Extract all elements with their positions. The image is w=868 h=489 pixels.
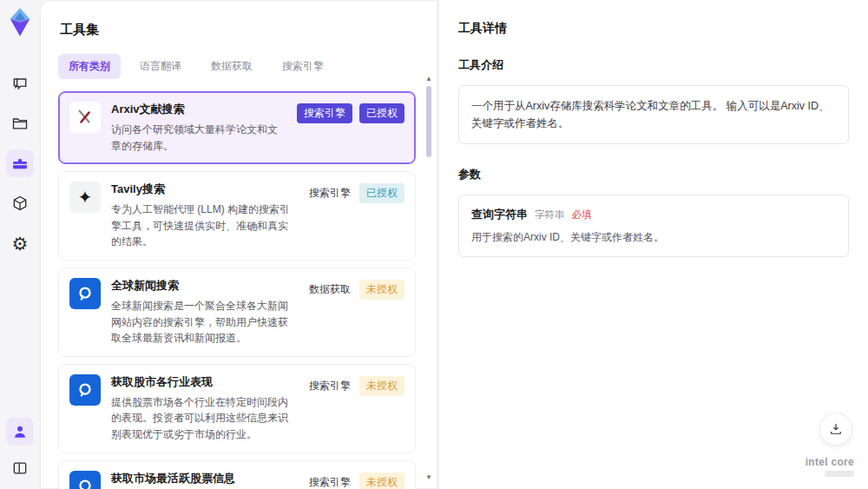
auth-status-badge: 已授权 [359, 183, 404, 203]
params-box: 查询字符串字符串必填用于搜索的Arxiv ID、关键字或作者姓名。 [458, 195, 849, 257]
param-type: 字符串 [535, 208, 565, 221]
tool-badges: 搜索引擎未授权 [307, 471, 404, 489]
settings-icon[interactable]: ⚙ [6, 229, 34, 257]
tool-list-panel: 工具集 所有类别语言翻译数据获取搜索引擎 Arxiv文献搜索访问各个研究领域大量… [40, 0, 437, 489]
param-required-flag: 必填 [572, 208, 592, 221]
tool-description: 全球新闻搜索是一个聚合全球各大新闻网站内容的搜索引擎，帮助用户快速获取全球最新资… [111, 298, 297, 347]
scroll-up-arrow[interactable]: ▲ [425, 76, 432, 84]
tool-detail-panel: 工具详情 工具介绍 一个用于从Arxiv存储库搜索科学论文和文章的工具。 输入可… [438, 0, 868, 489]
chat-icon[interactable] [6, 69, 34, 97]
tool-card[interactable]: 全球新闻搜索全球新闻搜索是一个聚合全球各大新闻网站内容的搜索引擎，帮助用户快速获… [58, 268, 416, 357]
auth-status-badge: 未授权 [359, 376, 404, 396]
rail-main-icons: ⚙ [6, 69, 34, 257]
params-heading: 参数 [458, 167, 849, 182]
sparkle-icon: ✦ [69, 182, 101, 213]
tool-description: 专为人工智能代理 (LLM) 构建的搜索引擎工具，可快速提供实时、准确和真实的结… [111, 202, 297, 250]
tool-card[interactable]: ✦Tavily搜索专为人工智能代理 (LLM) 构建的搜索引擎工具，可快速提供实… [58, 171, 416, 261]
tool-name: Tavily搜索 [111, 182, 297, 197]
page-title: 工具集 [60, 22, 416, 38]
tool-info: 获取市场最活跃股票信息提供当天交易量最高的股票列表，投资者可以利用这些信息来识别… [111, 471, 297, 489]
tool-badges: 数据获取未授权 [307, 278, 404, 347]
category-badge: 搜索引擎 [307, 183, 352, 203]
category-badge: 数据获取 [307, 280, 352, 300]
tool-description: 访问各个研究领域大量科学论文和文章的存储库。 [111, 122, 286, 154]
tool-list: Arxiv文献搜索访问各个研究领域大量科学论文和文章的存储库。搜索引擎已授权✦T… [58, 91, 416, 489]
tool-card[interactable]: 获取股市各行业表现提供股票市场各个行业在特定时间段内的表现。投资者可以利用这些信… [58, 364, 416, 453]
param-header: 查询字符串字符串必填 [471, 207, 836, 222]
tab-search[interactable]: 搜索引擎 [272, 54, 334, 79]
intro-heading: 工具介绍 [458, 57, 849, 73]
category-badge: 搜索引擎 [307, 472, 352, 489]
app-logo [7, 7, 33, 36]
news-app-icon [69, 374, 101, 406]
brand-logo: intel core [806, 456, 854, 477]
brand-text: intel core [806, 456, 854, 468]
tool-info: 获取股市各行业表现提供股票市场各个行业在特定时间段内的表现。投资者可以利用这些信… [111, 374, 297, 443]
tool-badges: 搜索引擎已授权 [297, 102, 404, 154]
scrollbar-thumb[interactable] [426, 86, 431, 157]
download-button[interactable] [819, 413, 852, 446]
app-window: ⚙ 工具集 所有类别语言翻译数据获取搜索引擎 Arxiv文献搜索访问各个研究领域… [0, 0, 868, 489]
detail-title: 工具详情 [458, 21, 849, 36]
user-icon[interactable] [6, 418, 34, 446]
tool-badges: 搜索引擎未授权 [307, 374, 404, 443]
folder-icon[interactable] [6, 109, 34, 137]
intro-text: 一个用于从Arxiv存储库搜索科学论文和文章的工具。 输入可以是Arxiv ID… [471, 97, 836, 132]
tool-info: 全球新闻搜索全球新闻搜索是一个聚合全球各大新闻网站内容的搜索引擎，帮助用户快速获… [111, 278, 297, 347]
category-tabs: 所有类别语言翻译数据获取搜索引擎 [58, 54, 416, 79]
tool-info: Tavily搜索专为人工智能代理 (LLM) 构建的搜索引擎工具，可快速提供实时… [111, 182, 297, 250]
auth-status-badge: 已授权 [359, 103, 404, 123]
param-list: 查询字符串字符串必填用于搜索的Arxiv ID、关键字或作者姓名。 [471, 207, 836, 245]
news-app-icon [69, 278, 101, 309]
list-scrollbar[interactable]: ▲ ▼ [424, 76, 434, 483]
brand-sub-bar [825, 471, 854, 477]
tool-description: 提供股票市场各个行业在特定时间段内的表现。投资者可以利用这些信息来识别表现优于或… [111, 394, 297, 443]
tool-card[interactable]: Arxiv文献搜索访问各个研究领域大量科学论文和文章的存储库。搜索引擎已授权 [58, 91, 416, 164]
news-app-icon [69, 471, 101, 489]
tool-name: 获取市场最活跃股票信息 [111, 471, 297, 486]
scrollbar-track[interactable] [425, 84, 432, 474]
auth-status-badge: 未授权 [359, 280, 404, 300]
tool-badges: 搜索引擎已授权 [307, 182, 404, 250]
cube-icon[interactable] [6, 189, 34, 217]
toolbox-icon[interactable] [6, 149, 34, 177]
tool-name: Arxiv文献搜索 [111, 102, 286, 117]
auth-status-badge: 未授权 [359, 472, 404, 489]
tab-data[interactable]: 数据获取 [201, 54, 263, 79]
tool-name: 全球新闻搜索 [111, 278, 297, 294]
scroll-down-arrow[interactable]: ▼ [425, 474, 432, 483]
param-description: 用于搜索的Arxiv ID、关键字或作者姓名。 [471, 230, 836, 245]
rail-bottom-icons [6, 418, 34, 482]
tab-translate[interactable]: 语言翻译 [129, 54, 192, 79]
tab-all[interactable]: 所有类别 [58, 54, 121, 79]
category-badge: 搜索引擎 [307, 376, 352, 396]
arxiv-icon [69, 102, 101, 133]
brand-label: intel core [806, 456, 854, 468]
intro-box: 一个用于从Arxiv存储库搜索科学论文和文章的工具。 输入可以是Arxiv ID… [458, 85, 849, 144]
tool-info: Arxiv文献搜索访问各个研究领域大量科学论文和文章的存储库。 [111, 102, 286, 154]
panel-toggle-icon[interactable] [6, 454, 34, 482]
param-name: 查询字符串 [471, 207, 528, 222]
tool-name: 获取股市各行业表现 [111, 374, 297, 390]
tool-card[interactable]: 获取市场最活跃股票信息提供当天交易量最高的股票列表，投资者可以利用这些信息来识别… [58, 460, 416, 489]
icon-rail: ⚙ [0, 0, 40, 489]
category-badge: 搜索引擎 [297, 103, 352, 123]
